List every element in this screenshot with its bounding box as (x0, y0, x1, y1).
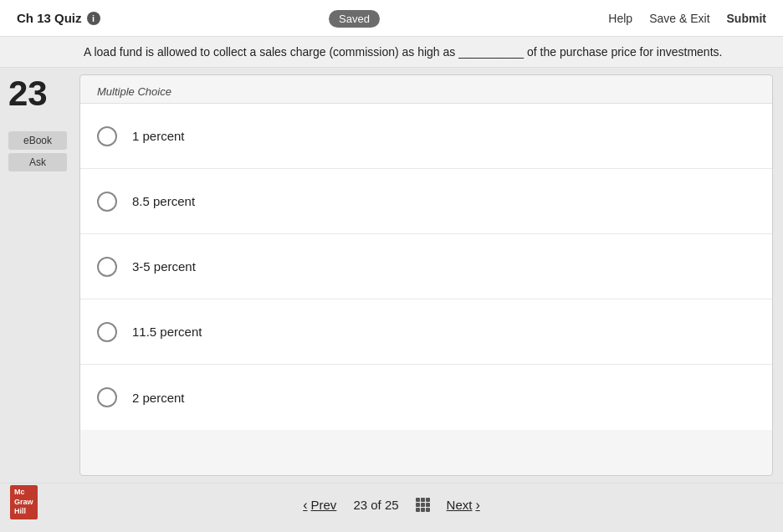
option-text-4: 11.5 percent (132, 325, 202, 339)
ask-button[interactable]: Ask (8, 153, 67, 171)
save-exit-button[interactable]: Save & Exit (649, 12, 709, 25)
option-text-2: 8.5 percent (132, 194, 195, 208)
option-text-3: 3-5 percent (132, 259, 196, 274)
prev-label: Prev (311, 498, 337, 512)
saved-badge-container: Saved (329, 11, 380, 26)
page-current: 23 (353, 498, 367, 512)
option-row-1[interactable]: 1 percent (80, 104, 772, 169)
radio-5[interactable] (97, 387, 117, 407)
option-text-1: 1 percent (132, 129, 185, 143)
radio-1[interactable] (97, 126, 117, 146)
answer-area: Multiple Choice 1 percent 8.5 percent 3-… (79, 74, 773, 476)
grid-view-icon[interactable] (416, 498, 430, 512)
prev-button[interactable]: ‹ Prev (303, 498, 336, 513)
page-info: 23 of 25 (353, 498, 398, 512)
next-chevron-icon: › (475, 498, 479, 513)
radio-2[interactable] (97, 192, 117, 212)
bottom-nav: Mc Graw Hill ‹ Prev 23 of 25 Next › (0, 483, 783, 526)
answer-type-label: Multiple Choice (80, 75, 772, 104)
option-row-4[interactable]: 11.5 percent (80, 299, 772, 365)
question-number: 23 (8, 76, 48, 111)
top-bar-right: Help Save & Exit Submit (608, 12, 766, 25)
main-layout: 23 eBook Ask Multiple Choice 1 percent 8… (0, 68, 783, 483)
saved-badge: Saved (329, 10, 380, 28)
option-row-5[interactable]: 2 percent (80, 365, 772, 430)
prev-chevron-icon: ‹ (303, 498, 307, 513)
help-button[interactable]: Help (608, 12, 632, 25)
page-total: 25 (385, 498, 399, 512)
option-text-5: 2 percent (132, 391, 185, 405)
quiz-title: Ch 13 Quiz (17, 11, 82, 25)
submit-button[interactable]: Submit (727, 12, 766, 25)
question-text: A load fund is allowed to collect a sale… (84, 45, 722, 59)
left-sidebar: 23 eBook Ask (0, 68, 79, 483)
info-icon[interactable]: i (87, 12, 100, 25)
option-row-3[interactable]: 3-5 percent (80, 234, 772, 299)
question-text-bar: A load fund is allowed to collect a sale… (0, 37, 783, 68)
next-button[interactable]: Next › (447, 498, 480, 513)
ebook-button[interactable]: eBook (8, 131, 67, 150)
top-bar-left: Ch 13 Quiz i (17, 11, 100, 25)
option-row-2[interactable]: 8.5 percent (80, 169, 772, 234)
radio-3[interactable] (97, 257, 117, 277)
page-of: of (371, 498, 385, 512)
radio-4[interactable] (97, 322, 117, 342)
next-label: Next (447, 498, 473, 512)
mcgraw-logo: Mc Graw Hill (10, 485, 38, 519)
top-bar: Ch 13 Quiz i Saved Help Save & Exit Subm… (0, 0, 783, 37)
